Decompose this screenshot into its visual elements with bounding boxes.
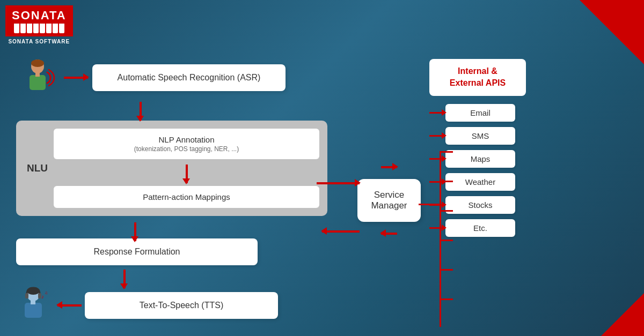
service-manager-box: Service Manager (357, 179, 420, 222)
arrow-response-to-tts (123, 270, 126, 287)
svg-rect-3 (35, 72, 40, 77)
piano-key (40, 24, 45, 33)
apis-column: Internal & External APIS Email SMS Maps (429, 59, 547, 325)
nlp-label: NLP Annotation (64, 135, 309, 144)
email-box: Email (445, 104, 515, 122)
nlu-box: NLU NLP Annotation (tokenization, POS ta… (16, 121, 327, 216)
arrow-to-sms (429, 135, 445, 137)
service-manager-column: Service Manager (349, 59, 429, 325)
logo-box: SONATA (5, 5, 73, 36)
flow-column: Automatic Speech Recognition (ASR) NLU N… (16, 59, 349, 325)
service-manager-line2: Manager (371, 200, 407, 211)
arrow-nlu-to-response (134, 222, 136, 238)
apis-header-box: Internal & External APIS (429, 59, 526, 96)
svg-rect-2 (30, 75, 46, 90)
api-item-email: Email (429, 104, 515, 122)
pattern-row: Pattern-action Mappings (54, 186, 319, 208)
svg-rect-8 (25, 303, 42, 318)
listener-person-icon: ♪ ♫ (16, 287, 51, 324)
maps-box: Maps (445, 150, 515, 168)
arrow-nlp-to-pattern (54, 165, 319, 181)
pattern-box: Pattern-action Mappings (54, 186, 319, 208)
nlp-annotation-box: NLP Annotation (tokenization, POS taggin… (54, 129, 319, 159)
piano-key (20, 24, 26, 33)
weather-box: Weather (445, 173, 515, 191)
pattern-to-sm-arrow (381, 166, 397, 168)
svg-point-1 (31, 59, 44, 67)
nlp-sublabel: (tokenization, POS tagging, NER, ...) (64, 145, 309, 153)
svg-text:♪: ♪ (41, 294, 44, 300)
piano-key (53, 24, 58, 33)
logo-area: SONATA SONATA SOFTWARE (5, 5, 73, 44)
arrow-to-email (429, 112, 445, 114)
arrow-from-tts (57, 304, 82, 307)
svg-rect-9 (31, 300, 35, 304)
nlu-inner: NLP Annotation (tokenization, POS taggin… (54, 129, 319, 208)
apis-header-text: Internal & External APIS (440, 65, 515, 89)
arrow-to-asr (64, 77, 88, 79)
service-manager-line1: Service (371, 190, 407, 200)
piano-key (46, 24, 52, 33)
tts-row: ♪ ♫ Text-To-Speech (TTS) (16, 287, 278, 324)
sms-box: SMS (445, 127, 515, 145)
arrow-asr-to-nlu (140, 102, 142, 121)
svg-rect-6 (25, 293, 28, 298)
sm-to-response-overlay-arrow (322, 230, 360, 233)
nlu-label: NLU (27, 162, 48, 174)
stocks-box: Stocks (445, 196, 515, 214)
pattern-to-sm-overlay-arrow (317, 182, 360, 184)
brand-name: SONATA (12, 10, 67, 21)
etc-box: Etc. (445, 219, 515, 237)
decorative-triangle-tr (580, 0, 644, 64)
piano-key (33, 24, 39, 33)
asr-row: Automatic Speech Recognition (ASR) (21, 59, 286, 96)
speaker-person-icon (21, 59, 56, 96)
asr-box: Automatic Speech Recognition (ASR) (92, 64, 286, 91)
company-name: SONATA SOFTWARE (8, 39, 70, 44)
svg-text:♫: ♫ (45, 290, 48, 295)
piano-key (59, 24, 64, 33)
piano-key (14, 24, 19, 33)
arrow-to-maps (429, 158, 445, 160)
piano-key (27, 24, 32, 33)
api-item-sms: SMS (429, 127, 515, 145)
sm-to-response-arrow (381, 233, 397, 235)
api-list: Email SMS Maps Weather (429, 104, 515, 242)
api-item-etc: Etc. (429, 219, 515, 237)
arrow-to-etc (429, 227, 445, 229)
piano-icon (14, 24, 64, 33)
tts-box: Text-To-Speech (TTS) (85, 292, 278, 319)
main-diagram: Automatic Speech Recognition (ASR) NLU N… (16, 59, 633, 325)
